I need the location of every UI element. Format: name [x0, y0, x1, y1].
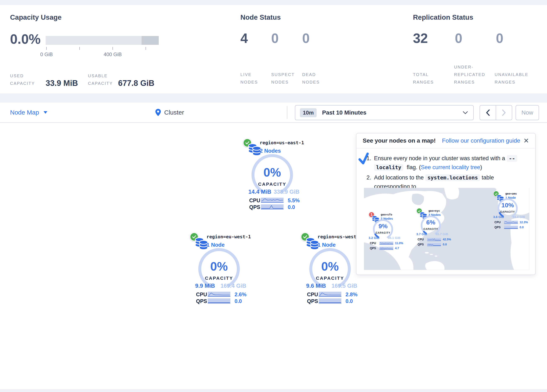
cpu-sparkline [427, 238, 441, 241]
qps-sparkline [261, 204, 284, 209]
capacity-percent: 0% [249, 165, 295, 179]
cpu-label: CPU [307, 291, 318, 298]
time-range-dropdown[interactable]: 10m Past 10 Minutes [295, 105, 474, 120]
capacity-label: CAPACITY [496, 210, 519, 213]
capacity-bar [46, 36, 159, 45]
axis-tick [112, 47, 113, 50]
cpu-label: CPU [249, 198, 260, 204]
under-replicated-label: UNDER- REPLICATED RANGES [454, 63, 485, 86]
bottom-margin-strip [0, 389, 547, 392]
breadcrumb-label: Cluster [164, 109, 184, 116]
view-selector-dropdown[interactable]: Node Map [10, 103, 47, 122]
time-range-label: Past 10 Minutes [322, 109, 367, 116]
cpu-label: CPU [196, 291, 207, 298]
toolbar: Node Map Cluster 10m Past 10 Minutes [0, 103, 547, 123]
total-capacity: 34.4 GiB [507, 215, 525, 219]
time-next-button[interactable] [496, 106, 512, 120]
suspect-nodes-label: SUSPECT NODES [271, 71, 295, 86]
qps-value: 0.0 [288, 204, 295, 210]
step-text: ) [480, 164, 482, 171]
axis-tick [145, 47, 146, 50]
capacity-usage-title: Capacity Usage [10, 14, 62, 21]
section-gap [0, 93, 547, 103]
suspect-nodes-count: 0 [271, 31, 279, 46]
chevron-left-icon [486, 110, 490, 116]
used-capacity-value: 33.9 MiB [46, 79, 78, 88]
locality-tree-link[interactable]: See current locality tree [421, 164, 480, 171]
capacity-label: CAPACITY [419, 228, 442, 231]
locality-name: geo=sfo [381, 213, 392, 216]
time-range-badge: 10m [300, 108, 317, 117]
capacity-label: CAPACITY [249, 182, 295, 187]
total-ranges-label: TOTAL RANGES [413, 71, 434, 86]
qps-metric-row: QPS 4.7 [370, 247, 410, 250]
capacity-percent: 0% [307, 259, 353, 273]
qps-sparkline [504, 226, 518, 229]
axis-tick-label: 400 GiB [100, 52, 125, 57]
cpu-value: 2.8% [346, 291, 357, 298]
code-chip: locality [374, 164, 403, 171]
node-map-canvas: region=us-east-1 2 Nodes 0% CAPACITY 14.… [0, 123, 547, 389]
axis-tick-label: 0 GiB [34, 52, 59, 57]
capacity-bar-end-segment [142, 36, 159, 45]
region-card-us-east-1[interactable]: region=us-east-1 2 Nodes 0% CAPACITY 14.… [243, 137, 301, 211]
used-capacity: 3.2 GiB [369, 236, 379, 240]
qps-metric-row: QPS 0.0 [417, 243, 457, 247]
cpu-value: 11.0% [395, 241, 403, 245]
capacity-percent: 9% [371, 223, 395, 230]
locality-name: geo=nyc [429, 209, 440, 212]
region-name: region=us-east-1 [260, 140, 304, 145]
map-setup-panel: See your nodes on a map! Follow our conf… [356, 133, 536, 275]
cpu-value: 42.5% [443, 238, 451, 241]
step-text: Ensure every node in your cluster was st… [374, 155, 505, 161]
region-card-us-west-1[interactable]: region=us-west-1 1 Node 0% CAPACITY 9.6 … [301, 231, 359, 305]
configuration-guide-link[interactable]: Follow our configuration guide [442, 137, 520, 144]
qps-sparkline [208, 298, 230, 303]
axis-tick [46, 47, 47, 50]
qps-label: QPS [249, 204, 260, 210]
region-card-eu-west-1[interactable]: region=eu-west-1 1 Node 0% CAPACITY 9.9 … [190, 231, 248, 305]
capacity-percent: 6% [419, 219, 442, 226]
capacity-percent: 0.0% [10, 31, 41, 47]
usable-capacity-value: 677.8 GiB [118, 79, 154, 88]
usable-capacity-label: USABLE CAPACITY [88, 72, 113, 87]
used-capacity-label: USED CAPACITY [10, 72, 35, 87]
unavailable-ranges-count: 0 [496, 31, 503, 46]
qps-metric-row: QPS 0.0 [249, 204, 300, 210]
cpu-label: CPU [370, 241, 376, 245]
cpu-label: CPU [494, 220, 501, 224]
qps-value: 0.0 [234, 298, 242, 304]
cpu-metric-row: CPU 11.0% [370, 241, 410, 245]
unavailable-ranges-label: UNAVAILABLE RANGES [495, 71, 528, 86]
qps-label: QPS [196, 298, 207, 304]
qps-metric-row: QPS 0.0 [307, 298, 357, 304]
qps-value: 0.0 [443, 243, 447, 246]
now-button[interactable]: Now [516, 105, 539, 120]
used-capacity: 14.4 MiB [248, 189, 271, 195]
close-icon[interactable]: ✕ [523, 137, 529, 144]
cpu-sparkline [208, 292, 230, 297]
region-node-count: 1 Node [317, 242, 336, 248]
dead-nodes-label: DEAD NODES [302, 71, 320, 86]
map-pin-icon [155, 109, 161, 116]
region-name: region=us-west-1 [317, 234, 362, 239]
time-prev-button[interactable] [480, 106, 496, 120]
used-capacity: 9.6 MiB [306, 283, 326, 289]
step-text: Add locations to the [374, 174, 424, 181]
cpu-value: 2.6% [234, 291, 246, 298]
used-capacity: 3.6 GiB [493, 215, 504, 219]
capacity-percent: 10% [496, 202, 519, 209]
used-capacity: 3.7 GiB [416, 232, 427, 236]
cpu-metric-row: CPU 42.5% [417, 238, 457, 241]
region-node-count: 1 Node [206, 242, 225, 248]
qps-label: QPS [370, 247, 376, 250]
qps-sparkline [319, 298, 341, 303]
under-replicated-count: 0 [455, 31, 462, 46]
node-map-page: Capacity Usage 0.0% 0 GiB 400 GiB USED C… [0, 0, 547, 392]
total-ranges-count: 32 [413, 31, 428, 46]
qps-value: 4.7 [395, 247, 399, 250]
region-node-count: 2 Nodes [260, 148, 281, 154]
total-capacity: 65.7 GiB [430, 232, 448, 236]
total-capacity: 35.1 GiB [383, 236, 400, 240]
breadcrumb[interactable]: Cluster [155, 103, 184, 122]
